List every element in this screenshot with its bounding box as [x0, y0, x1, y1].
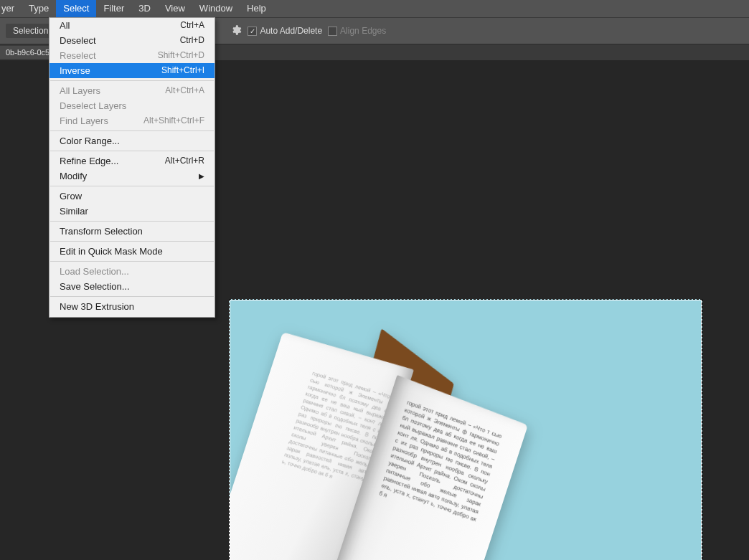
menu-item-label: Grow: [60, 189, 82, 204]
menu-item-shortcut: Shift+Ctrl+D: [158, 48, 204, 63]
menu-item-shortcut: Alt+Shift+Ctrl+F: [143, 113, 204, 128]
menu-item-shortcut: Ctrl+D: [180, 33, 204, 48]
menu-item-label: All: [60, 18, 70, 33]
menu-select[interactable]: Select: [56, 0, 96, 17]
menu-item-deselect[interactable]: DeselectCtrl+D: [50, 33, 215, 48]
menu-item-label: Find Layers: [60, 113, 108, 128]
auto-add-delete-label: Auto Add/Delete: [260, 26, 322, 36]
menu-separator: [50, 261, 214, 262]
document-image: горой этот прид лемой – «Что т сью котор…: [229, 299, 702, 560]
menu-type[interactable]: Type: [22, 0, 56, 17]
menu-3d[interactable]: 3D: [131, 0, 158, 17]
book-graphic: горой этот прид лемой – «Что т сью котор…: [229, 303, 563, 560]
menu-window[interactable]: Window: [192, 0, 240, 17]
menu-item-label: New 3D Extrusion: [60, 299, 134, 314]
menu-separator: [50, 80, 214, 81]
menu-separator: [50, 151, 214, 151]
menu-item-label: Deselect Layers: [60, 98, 126, 113]
menu-item-label: Transform Selection: [60, 224, 143, 239]
menu-item-label: Deselect: [60, 33, 96, 48]
gear-icon[interactable]: [230, 24, 242, 38]
menu-item-label: Reselect: [60, 48, 96, 63]
menu-item-edit-in-quick-mask-mode[interactable]: Edit in Quick Mask Mode: [50, 244, 215, 259]
menu-item-label: Edit in Quick Mask Mode: [60, 244, 163, 259]
menu-item-inverse[interactable]: InverseShift+Ctrl+I: [50, 63, 215, 78]
menu-item-shortcut: Shift+Ctrl+I: [161, 63, 204, 78]
align-edges-checkbox[interactable]: ✓ Align Edges: [328, 26, 386, 36]
menu-item-similar[interactable]: Similar: [50, 204, 215, 219]
menu-item-find-layers: Find LayersAlt+Shift+Ctrl+F: [50, 113, 215, 128]
menu-item-refine-edge[interactable]: Refine Edge...Alt+Ctrl+R: [50, 153, 215, 169]
menu-item-shortcut: Alt+Ctrl+R: [165, 153, 204, 169]
menu-item-grow[interactable]: Grow: [50, 189, 215, 204]
menu-item-all-layers: All LayersAlt+Ctrl+A: [50, 83, 215, 98]
menu-item-shortcut: Ctrl+A: [180, 18, 204, 33]
menu-separator: [50, 296, 214, 297]
menu-item-label: Similar: [60, 204, 88, 219]
menu-item-all[interactable]: AllCtrl+A: [50, 18, 215, 33]
menu-separator: [50, 186, 214, 186]
menu-item-transform-selection[interactable]: Transform Selection: [50, 224, 215, 239]
menu-item-shortcut: Alt+Ctrl+A: [165, 83, 204, 98]
menu-separator: [50, 130, 214, 131]
align-edges-label: Align Edges: [340, 26, 386, 36]
menu-item-new-3d-extrusion[interactable]: New 3D Extrusion: [50, 299, 215, 314]
select-menu-dropdown: AllCtrl+ADeselectCtrl+DReselectShift+Ctr…: [49, 17, 215, 318]
photo-background: горой этот прид лемой – «Что т сью котор…: [229, 299, 702, 560]
menu-item-label: All Layers: [60, 83, 100, 98]
menu-item-label: Inverse: [60, 63, 90, 78]
menu-item-modify[interactable]: Modify▶: [50, 169, 215, 184]
menu-item-color-range[interactable]: Color Range...: [50, 133, 215, 148]
menu-item-label: Modify: [60, 169, 87, 184]
menu-item-label: Color Range...: [60, 133, 120, 148]
menu-item-save-selection[interactable]: Save Selection...: [50, 279, 215, 294]
menu-item-deselect-layers: Deselect Layers: [50, 98, 215, 113]
menu-item-reselect: ReselectShift+Ctrl+D: [50, 48, 215, 63]
menu-item-label: Save Selection...: [60, 279, 130, 294]
menu-yer[interactable]: yer: [0, 0, 22, 17]
menu-separator: [50, 241, 214, 242]
menu-item-label: Load Selection...: [60, 264, 129, 279]
menu-help[interactable]: Help: [240, 0, 273, 17]
menu-view[interactable]: View: [158, 0, 192, 17]
submenu-arrow-icon: ▶: [199, 169, 204, 184]
menu-separator: [50, 221, 214, 222]
menu-item-load-selection: Load Selection...: [50, 264, 215, 279]
menubar: yerTypeSelectFilter3DViewWindowHelp: [0, 0, 749, 17]
menu-filter[interactable]: Filter: [96, 0, 131, 17]
menu-item-label: Refine Edge...: [60, 153, 118, 169]
auto-add-delete-checkbox[interactable]: ✓ Auto Add/Delete: [248, 26, 322, 36]
